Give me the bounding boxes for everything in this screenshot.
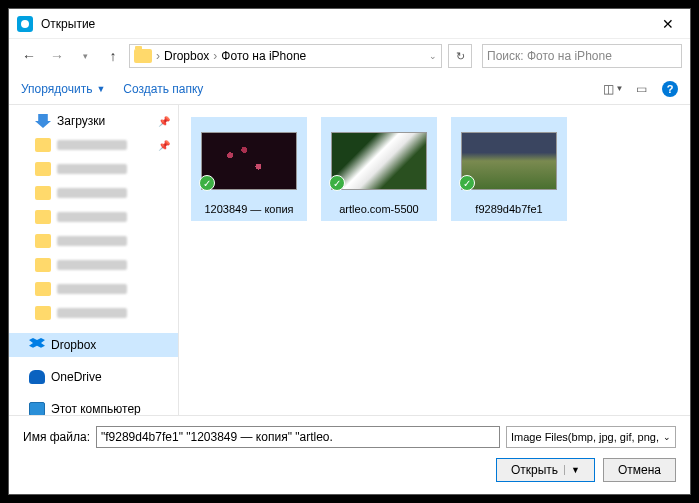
file-item[interactable]: ✓ 1203849 — копия	[191, 117, 307, 221]
folder-icon	[35, 186, 51, 200]
pc-icon	[29, 402, 45, 415]
check-icon: ✓	[199, 175, 215, 191]
sidebar-item[interactable]	[9, 181, 178, 205]
window-title: Открытие	[41, 17, 654, 31]
sidebar-item-this-pc[interactable]: Этот компьютер	[9, 397, 178, 415]
recent-locations-button[interactable]: ▾	[73, 44, 97, 68]
cancel-button[interactable]: Отмена	[603, 458, 676, 482]
folder-icon	[35, 210, 51, 224]
filename-input[interactable]	[96, 426, 500, 448]
new-folder-button[interactable]: Создать папку	[123, 82, 203, 96]
breadcrumb-segment[interactable]: Фото на iPhone	[221, 49, 306, 63]
chevron-down-icon: ▼	[96, 84, 105, 94]
filename-label: Имя файла:	[23, 430, 90, 444]
folder-icon	[35, 258, 51, 272]
sidebar-item[interactable]	[9, 229, 178, 253]
sidebar-item[interactable]	[9, 157, 178, 181]
sidebar-item-downloads[interactable]: Загрузки 📌	[9, 109, 178, 133]
pin-icon: 📌	[158, 140, 170, 151]
folder-icon	[35, 162, 51, 176]
thumbnail	[331, 132, 427, 190]
forward-button: →	[45, 44, 69, 68]
breadcrumb-segment[interactable]: Dropbox	[164, 49, 209, 63]
sidebar-item-onedrive[interactable]: OneDrive	[9, 365, 178, 389]
thumbnail	[201, 132, 297, 190]
file-list[interactable]: ✓ 1203849 — копия ✓ artleo.com-5500 ✓ f9…	[179, 105, 690, 415]
search-placeholder: Поиск: Фото на iPhone	[487, 49, 612, 63]
chevron-right-icon: ›	[156, 49, 160, 63]
sidebar-item[interactable]	[9, 277, 178, 301]
chevron-right-icon: ›	[213, 49, 217, 63]
onedrive-icon	[29, 370, 45, 384]
sidebar: Загрузки 📌 📌 Dropbox OneDrive	[9, 105, 179, 415]
open-dropdown-icon[interactable]: ▼	[564, 465, 580, 475]
open-dialog: Открытие ✕ ← → ▾ ↑ › Dropbox › Фото на i…	[8, 8, 691, 495]
file-item[interactable]: ✓ f9289d4b7fe1	[451, 117, 567, 221]
folder-icon	[134, 49, 152, 63]
check-icon: ✓	[459, 175, 475, 191]
file-item[interactable]: ✓ artleo.com-5500	[321, 117, 437, 221]
downloads-icon	[35, 114, 51, 128]
pin-icon: 📌	[158, 116, 170, 127]
refresh-button[interactable]: ↻	[448, 44, 472, 68]
navigation-bar: ← → ▾ ↑ › Dropbox › Фото на iPhone ⌄ ↻ П…	[9, 39, 690, 73]
folder-icon	[35, 306, 51, 320]
check-icon: ✓	[329, 175, 345, 191]
address-bar[interactable]: › Dropbox › Фото на iPhone ⌄	[129, 44, 442, 68]
chevron-down-icon: ⌄	[663, 432, 671, 442]
folder-icon	[35, 234, 51, 248]
sidebar-item[interactable]	[9, 253, 178, 277]
sidebar-item[interactable]: 📌	[9, 133, 178, 157]
thumbnail	[461, 132, 557, 190]
folder-icon	[35, 282, 51, 296]
content-area: Загрузки 📌 📌 Dropbox OneDrive	[9, 105, 690, 415]
organize-menu[interactable]: Упорядочить ▼	[21, 82, 105, 96]
sidebar-item-dropbox[interactable]: Dropbox	[9, 333, 178, 357]
close-icon[interactable]: ✕	[654, 14, 682, 34]
sidebar-item[interactable]	[9, 205, 178, 229]
file-name: artleo.com-5500	[325, 201, 433, 215]
file-type-select[interactable]: Image Files(bmp, jpg, gif, png, ⌄	[506, 426, 676, 448]
back-button[interactable]: ←	[17, 44, 41, 68]
view-icons-button[interactable]: ◫▼	[600, 78, 626, 100]
footer: Имя файла: Image Files(bmp, jpg, gif, pn…	[9, 415, 690, 494]
sidebar-item[interactable]	[9, 301, 178, 325]
file-name: f9289d4b7fe1	[455, 201, 563, 215]
folder-icon	[35, 138, 51, 152]
chevron-down-icon[interactable]: ⌄	[429, 51, 437, 61]
dropbox-icon	[29, 338, 45, 352]
open-button[interactable]: Открыть ▼	[496, 458, 595, 482]
titlebar: Открытие ✕	[9, 9, 690, 39]
search-input[interactable]: Поиск: Фото на iPhone	[482, 44, 682, 68]
up-button[interactable]: ↑	[101, 44, 125, 68]
toolbar: Упорядочить ▼ Создать папку ◫▼ ▭ ?	[9, 73, 690, 105]
file-name: 1203849 — копия	[195, 201, 303, 215]
app-icon	[17, 16, 33, 32]
help-icon[interactable]: ?	[662, 81, 678, 97]
preview-pane-button[interactable]: ▭	[628, 78, 654, 100]
